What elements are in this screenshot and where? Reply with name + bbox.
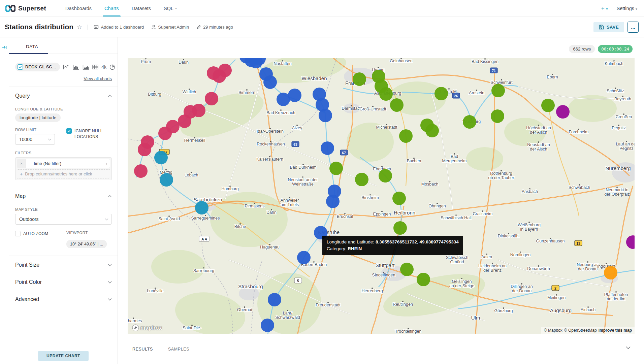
caret-down-icon: ▾ — [636, 7, 637, 11]
svg-text:Sarreguemines: Sarreguemines — [191, 216, 220, 221]
tab-data[interactable]: DATA — [26, 44, 38, 54]
collapse-panel-icon[interactable] — [2, 45, 7, 50]
map-canvas[interactable]: PrümDaunNastättenGelnhausenBad Kissingen… — [128, 58, 635, 334]
new-item-button[interactable]: + ▾ — [601, 5, 608, 12]
svg-text:2: 2 — [554, 286, 556, 290]
nav-item-datasets[interactable]: Datasets — [125, 0, 157, 16]
chevron-down-icon — [108, 298, 112, 301]
svg-text:Sarrebourg: Sarrebourg — [193, 268, 215, 273]
svg-text:Michelstadt: Michelstadt — [376, 125, 397, 130]
tab-results[interactable]: RESULTS — [132, 347, 153, 356]
svg-text:Haguenau: Haguenau — [260, 245, 280, 250]
favorite-star-icon[interactable]: ☆ — [77, 24, 82, 31]
filters-box: × __time (No filter) › + Drop columns/me… — [15, 157, 112, 180]
osm-attribution-link[interactable]: © OpenStreetMap — [564, 328, 597, 333]
filter-drop-zone[interactable]: + Drop columns/metrics here or click — [17, 169, 110, 178]
chevron-up-icon — [108, 195, 112, 198]
settings-menu[interactable]: Settings▾ — [617, 6, 637, 11]
owner-info[interactable]: Superset Admin — [151, 25, 189, 30]
ignore-null-checkbox[interactable]: IGNORE NULL LOCATIONS — [66, 128, 111, 140]
map-attribution: © Mapbox © OpenStreetMap Improve this ma… — [541, 327, 635, 334]
svg-text:Bad Kreuznach: Bad Kreuznach — [266, 110, 295, 115]
view-all-charts-link[interactable]: View all charts — [15, 76, 112, 81]
svg-text:Wittlich: Wittlich — [183, 90, 196, 94]
line-chart-icon[interactable] — [63, 64, 70, 70]
svg-text:Homburg: Homburg — [221, 187, 238, 191]
nav-item-sql[interactable]: SQL▾ — [157, 0, 183, 16]
svg-text:Charmes: Charmes — [128, 319, 142, 323]
chevron-right-icon: › — [106, 161, 110, 166]
svg-text:Bruchsal: Bruchsal — [337, 214, 353, 219]
plus-icon: + — [20, 171, 23, 177]
svg-text:Hermeskeil: Hermeskeil — [184, 138, 205, 143]
tab-samples[interactable]: SAMPLES — [168, 347, 189, 356]
svg-text:Neuburg ander Donau: Neuburg ander Donau — [577, 262, 599, 271]
pie-chart-icon[interactable] — [109, 64, 115, 70]
deckgl-map[interactable]: PrümDaunNastättenGelnhausenBad Kissingen… — [128, 58, 635, 334]
svg-text:71: 71 — [492, 69, 496, 73]
control-panel: DATA DECK.GL SC... 4k View all charts — [9, 37, 118, 364]
svg-text:Alzey: Alzey — [292, 126, 302, 130]
mapbox-logo[interactable]: mapbox — [132, 324, 162, 331]
save-disk-icon — [599, 25, 604, 30]
mapbox-logo-icon — [132, 324, 139, 331]
pencil-icon — [196, 25, 201, 29]
filter-item-time[interactable]: × __time (No filter) › — [17, 159, 110, 168]
collapse-results-icon[interactable] — [626, 346, 631, 349]
page-title: Stations distribution — [5, 23, 73, 31]
section-point-size[interactable]: Point Size — [15, 256, 112, 273]
superset-logo[interactable]: Superset — [5, 0, 46, 16]
svg-text:5: 5 — [297, 279, 299, 283]
section-query[interactable]: Query — [15, 87, 112, 104]
chevron-down-icon — [48, 138, 52, 141]
lonlat-label: LONGITUDE & LATITUDE — [15, 107, 112, 111]
svg-text:Nuremberg: Nuremberg — [605, 165, 631, 171]
svg-text:Arnstein: Arnstein — [469, 91, 484, 95]
svg-text:Daun: Daun — [179, 60, 189, 65]
row-limit-label: ROW LIMIT — [15, 128, 66, 132]
viz-chip-label: DECK.GL SC... — [25, 65, 56, 69]
dashboard-count[interactable]: Added to 1 dashboard — [94, 25, 144, 30]
map-style-select[interactable]: Outdoors — [15, 214, 112, 225]
last-edited[interactable]: 29 minutes ago — [196, 25, 233, 30]
mapbox-attribution-link[interactable]: © Mapbox — [544, 328, 562, 333]
svg-text:Pirmasens: Pirmasens — [245, 204, 264, 208]
table-icon[interactable] — [92, 64, 98, 70]
viewport-value[interactable]: 10° 24' 49.86" | ... — [66, 240, 107, 248]
section-point-color[interactable]: Point Color — [15, 273, 112, 290]
nav-item-dashboards[interactable]: Dashboards — [59, 0, 98, 16]
row-limit-select[interactable]: 10000 — [15, 134, 55, 145]
improve-map-link[interactable]: Improve this map — [599, 328, 632, 333]
nav-item-charts[interactable]: Charts — [98, 0, 125, 16]
auto-zoom-checkbox[interactable]: AUTO ZOOM — [15, 231, 66, 237]
svg-text:Saint-Dié-: Saint-Dié- — [183, 326, 201, 330]
svg-text:Idar-Oberstein: Idar-Oberstein — [257, 129, 284, 134]
area-chart-icon[interactable] — [83, 64, 89, 70]
svg-text:Bitche: Bitche — [234, 224, 246, 229]
remove-filter-icon[interactable]: × — [17, 159, 26, 168]
viz-type-chip[interactable]: DECK.GL SC... — [15, 63, 60, 71]
svg-text:Dillingen ander Donau: Dillingen ander Donau — [511, 284, 533, 293]
svg-text:Bayreuth: Bayreuth — [614, 97, 631, 101]
svg-text:Saarbrücken: Saarbrücken — [193, 197, 222, 202]
svg-text:Gunzenhausen: Gunzenhausen — [536, 239, 565, 243]
lonlat-value-chip[interactable]: longitude | latitude — [15, 113, 61, 122]
svg-text:26: 26 — [454, 94, 458, 98]
section-map[interactable]: Map — [15, 187, 112, 204]
svg-text:A 4: A 4 — [201, 237, 207, 241]
update-chart-button[interactable]: UPDATE CHART — [38, 351, 89, 361]
svg-text:Saint-Avold: Saint-Avold — [158, 217, 180, 221]
brand-name: Superset — [18, 5, 46, 12]
svg-text:Ansbach: Ansbach — [522, 189, 538, 194]
svg-text:Rothenburgob der Tauber: Rothenburgob der Tauber — [488, 171, 514, 180]
chart-meta: Added to 1 dashboard Superset Admin 29 m… — [87, 25, 233, 30]
checkbox-checked-icon — [66, 128, 72, 134]
svg-text:Ulm: Ulm — [471, 315, 480, 321]
big-number-icon[interactable]: 4k — [101, 64, 106, 70]
more-options-button[interactable]: ... — [627, 22, 639, 33]
save-button[interactable]: SAVE — [593, 22, 624, 32]
svg-text:Prüm: Prüm — [141, 59, 151, 64]
svg-text:Stuttgart: Stuttgart — [376, 262, 395, 268]
bar-chart-icon[interactable] — [73, 64, 79, 70]
section-advanced[interactable]: Advanced — [15, 290, 112, 307]
